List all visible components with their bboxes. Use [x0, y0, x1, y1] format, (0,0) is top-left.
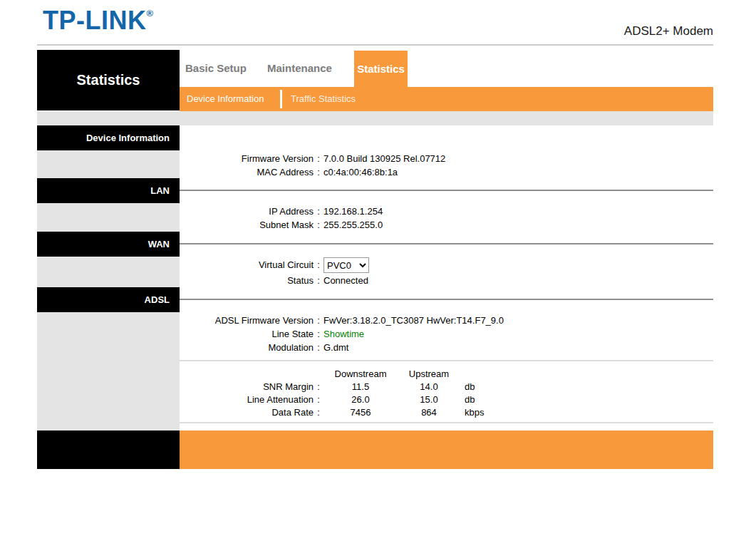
line-attenuation-upstream: 15.0	[398, 393, 460, 406]
colon: :	[314, 205, 323, 218]
subnet-mask-label: Subnet Mask	[180, 218, 314, 232]
colon: :	[314, 381, 323, 393]
tab-maintenance[interactable]: Maintenance	[267, 50, 332, 87]
colon: :	[314, 393, 323, 406]
status-label: Status	[180, 274, 314, 287]
firmware-version-value: 7.0.0 Build 130925 Rel.07712	[323, 152, 445, 165]
adsl-firmware-row: ADSL Firmware Version : FwVer:3.18.2.0_T…	[180, 314, 713, 327]
colon: :	[314, 327, 323, 341]
subnav-item-device-information[interactable]: Device Information	[187, 87, 264, 111]
line-state-label: Line State	[180, 327, 314, 341]
snr-margin-downstream: 11.5	[323, 381, 398, 393]
registered-trademark-icon: ®	[146, 8, 153, 19]
brand-logo: TP-LINK®	[43, 6, 154, 36]
stats-header-row: Downstream Upstream	[180, 368, 713, 381]
modulation-label: Modulation	[180, 341, 314, 354]
snr-margin-row: SNR Margin: 11.5 14.0 db	[180, 381, 713, 393]
brand-logo-text: TP-LINK	[43, 6, 146, 35]
firmware-version-label: Firmware Version	[180, 152, 314, 165]
sidebar: Device Information LAN WAN ADSL	[37, 125, 180, 469]
ip-address-row: IP Address : 192.168.1.254	[180, 205, 713, 218]
section-adsl: ADSL Firmware Version : FwVer:3.18.2.0_T…	[180, 314, 713, 354]
line-attenuation-downstream: 26.0	[323, 393, 398, 406]
adsl-firmware-label: ADSL Firmware Version	[180, 314, 314, 327]
modulation-row: Modulation : G.dmt	[180, 341, 713, 354]
virtual-circuit-row: Virtual Circuit : PVC0	[180, 257, 713, 274]
line-attenuation-unit: db	[460, 393, 475, 406]
line-state-value: Showtime	[323, 327, 364, 341]
colon: :	[314, 152, 323, 165]
section-divider-bottom	[180, 422, 713, 423]
section-divider-lan	[180, 190, 713, 191]
mac-address-row: MAC Address : c0:4a:00:46:8b:1a	[180, 165, 713, 179]
subnav-separator	[280, 90, 282, 108]
section-lan: IP Address : 192.168.1.254 Subnet Mask :…	[180, 205, 713, 232]
tab-statistics[interactable]: Statistics	[354, 51, 408, 87]
page: TP-LINK® ADSL2+ Modem Basic Setup Mainte…	[0, 0, 756, 536]
virtual-circuit-select[interactable]: PVC0	[323, 257, 369, 273]
line-state-row: Line State : Showtime	[180, 327, 713, 341]
tab-basic-setup[interactable]: Basic Setup	[185, 50, 247, 87]
colon: :	[314, 314, 323, 327]
colon: :	[314, 165, 323, 179]
section-wan: Virtual Circuit : PVC0 Status : Connecte…	[180, 257, 713, 287]
sidebar-title: Statistics	[37, 50, 180, 110]
subnav-item-traffic-statistics[interactable]: Traffic Statistics	[291, 87, 356, 111]
data-rate-upstream: 864	[398, 406, 460, 419]
stats-header-upstream: Upstream	[398, 368, 460, 381]
ip-address-value: 192.168.1.254	[323, 205, 383, 218]
data-rate-label: Data Rate	[180, 406, 314, 419]
subnav-bar: Device Information Traffic Statistics	[180, 87, 713, 111]
firmware-version-row: Firmware Version : 7.0.0 Build 130925 Re…	[180, 152, 713, 165]
section-divider-adsl	[180, 299, 713, 300]
data-rate-row: Data Rate: 7456 864 kbps	[180, 406, 713, 419]
modulation-value: G.dmt	[323, 341, 348, 354]
adsl-stats-table: Downstream Upstream SNR Margin: 11.5 14.…	[180, 368, 713, 419]
sidebar-footer-block	[37, 431, 180, 469]
stats-header-downstream: Downstream	[323, 368, 398, 381]
colon: :	[314, 406, 323, 419]
snr-margin-unit: db	[460, 381, 475, 393]
ip-address-label: IP Address	[180, 205, 314, 218]
sidebar-item-lan: LAN	[37, 178, 180, 203]
colon: :	[314, 218, 323, 232]
status-row: Status : Connected	[180, 274, 713, 287]
gray-band	[37, 111, 713, 125]
subnet-mask-row: Subnet Mask : 255.255.255.0	[180, 218, 713, 232]
snr-margin-label: SNR Margin	[180, 381, 314, 393]
status-value: Connected	[323, 274, 368, 287]
sidebar-item-adsl: ADSL	[37, 287, 180, 312]
line-attenuation-label: Line Attenuation	[180, 393, 314, 406]
sidebar-item-wan: WAN	[37, 232, 180, 257]
virtual-circuit-label: Virtual Circuit	[180, 257, 314, 274]
section-divider-wan	[180, 243, 713, 244]
mac-address-value: c0:4a:00:46:8b:1a	[323, 165, 398, 179]
colon: :	[314, 257, 323, 274]
stats-header-spacer	[180, 368, 323, 381]
product-name: ADSL2+ Modem	[464, 24, 713, 38]
line-attenuation-row: Line Attenuation: 26.0 15.0 db	[180, 393, 713, 406]
snr-margin-upstream: 14.0	[398, 381, 460, 393]
header-divider	[37, 44, 713, 46]
footer-bar	[180, 431, 713, 469]
sidebar-item-device-information: Device Information	[37, 125, 180, 150]
colon: :	[314, 274, 323, 287]
section-device-information: Firmware Version : 7.0.0 Build 130925 Re…	[180, 152, 713, 179]
colon: :	[314, 341, 323, 354]
data-rate-downstream: 7456	[323, 406, 398, 419]
adsl-firmware-value: FwVer:3.18.2.0_TC3087 HwVer:T14.F7_9.0	[323, 314, 504, 327]
subnet-mask-value: 255.255.255.0	[323, 218, 383, 232]
section-divider-adsl-stats	[180, 360, 713, 361]
data-rate-unit: kbps	[460, 406, 484, 419]
mac-address-label: MAC Address	[180, 165, 314, 179]
